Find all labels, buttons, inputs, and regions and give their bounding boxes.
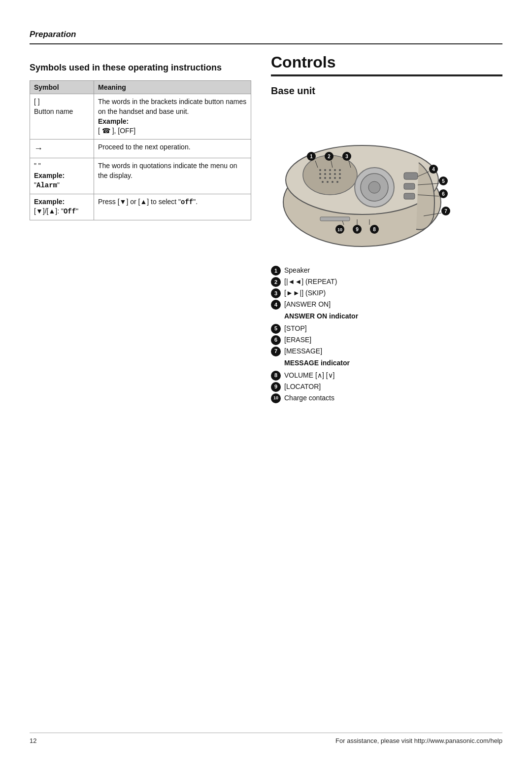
svg-point-12 [339, 173, 341, 175]
base-unit-heading: Base unit [271, 85, 502, 97]
svg-point-21 [336, 181, 338, 183]
svg-text:10: 10 [337, 227, 342, 232]
controls-rule [271, 74, 502, 76]
table-row: [ ] Button name The words in the bracket… [30, 94, 251, 139]
meaning-text: The words in quotations indicate the men… [98, 162, 237, 179]
ctrl-num-6: 6 [271, 335, 281, 345]
symbols-section-title: Symbols used in these operating instruct… [30, 62, 251, 73]
meaning-text: Proceed to the next operation. [98, 143, 191, 151]
svg-text:9: 9 [356, 227, 359, 232]
svg-point-18 [322, 181, 324, 183]
svg-point-4 [324, 169, 326, 171]
ctrl-text-4: [ANSWER ON] [284, 299, 331, 310]
ctrl-num-2: 2 [271, 277, 281, 287]
ctrl-num-10: 10 [271, 393, 281, 403]
example-nav: [▼]/[▲]: "Off" [34, 207, 78, 215]
section-title: Preparation [30, 30, 502, 39]
svg-text:4: 4 [432, 167, 435, 172]
svg-rect-27 [404, 193, 415, 199]
ctrl-text-3: [►►|] (SKIP) [284, 288, 326, 298]
meaning-text: The words in the brackets indicate butto… [98, 98, 246, 115]
meaning-cell: The words in the brackets indicate butto… [94, 94, 251, 139]
svg-point-17 [339, 177, 341, 179]
example-label: Example: [98, 117, 129, 125]
ctrl-num-9: 9 [271, 382, 281, 392]
svg-point-14 [324, 177, 326, 179]
ctrl-text-6: [ERASE] [284, 335, 311, 345]
list-item: 3 [►►|] (SKIP) [271, 288, 502, 298]
svg-point-13 [319, 177, 321, 179]
ctrl-num-4: 4 [271, 300, 281, 310]
svg-point-20 [332, 181, 333, 183]
table-row: Example: [▼]/[▲]: "Off" Press [▼] or [▲]… [30, 194, 251, 220]
ctrl-num-7: 7 [271, 347, 281, 356]
list-item: 1 Speaker [271, 265, 502, 276]
ctrl-text-10: Charge contacts [284, 393, 334, 403]
list-item: 4 [ANSWER ON] [271, 299, 502, 310]
ctrl-num-3: 3 [271, 288, 281, 298]
ctrl-sub-4: ANSWER ON indicator [284, 311, 358, 322]
svg-point-19 [327, 181, 329, 183]
meaning-cell: Proceed to the next operation. [94, 139, 251, 158]
table-row: → Proceed to the next operation. [30, 139, 251, 158]
device-svg: 1 2 3 4 5 6 [271, 104, 453, 256]
table-row: " " Example: "Alarm" The words in quotat… [30, 158, 251, 194]
controls-list: 1 Speaker 2 [|◄◄] (REPEAT) 3 [►►|] (SKIP… [271, 265, 502, 403]
controls-title: Controls [271, 53, 502, 71]
page-number: 12 [30, 737, 36, 744]
svg-rect-26 [404, 183, 415, 189]
ctrl-text-8: VOLUME [∧] [∨] [284, 370, 334, 381]
list-item: 6 [ERASE] [271, 335, 502, 345]
base-unit-diagram: 1 2 3 4 5 6 [271, 104, 453, 256]
right-column: Controls Base unit [266, 53, 502, 733]
list-item: 9 [LOCATOR] [271, 382, 502, 392]
symbol-cell: Example: [▼]/[▲]: "Off" [30, 194, 94, 220]
list-item: 10 Charge contacts [271, 393, 502, 403]
svg-point-15 [329, 177, 331, 179]
svg-text:2: 2 [328, 154, 331, 159]
svg-point-16 [334, 177, 336, 179]
page: Preparation Symbols used in these operat… [0, 0, 532, 774]
list-item: 7 [MESSAGE] [271, 346, 502, 356]
page-footer: 12 For assistance, please visit http://w… [30, 733, 502, 744]
meaning-cell: The words in quotations indicate the men… [94, 158, 251, 194]
svg-point-5 [329, 169, 331, 171]
list-item: 5 [STOP] [271, 323, 502, 334]
example-value: [ ☎ ], [OFF] [98, 127, 135, 135]
ctrl-text-2: [|◄◄] (REPEAT) [284, 277, 337, 287]
ctrl-text-7: [MESSAGE] [284, 346, 322, 356]
footer-help-text: For assistance, please visit http://www.… [335, 737, 502, 744]
meaning-cell: Press [▼] or [▲] to select "off". [94, 194, 251, 220]
ctrl-text-5: [STOP] [284, 323, 307, 334]
list-item-answer-sub: ANSWER ON indicator [271, 311, 502, 322]
ctrl-sub-7: MESSAGE indicator [284, 357, 350, 369]
ctrl-text-1: Speaker [284, 265, 310, 276]
svg-point-10 [329, 173, 331, 175]
svg-text:8: 8 [373, 227, 376, 232]
example-alarm: "Alarm" [34, 181, 60, 189]
ctrl-num-5: 5 [271, 324, 281, 334]
svg-point-6 [334, 169, 336, 171]
svg-point-8 [319, 173, 321, 175]
svg-rect-25 [404, 173, 418, 179]
main-content: Symbols used in these operating instruct… [30, 53, 502, 733]
symbol-cell: [ ] Button name [30, 94, 94, 139]
col-meaning: Meaning [94, 81, 251, 94]
page-header: Preparation [30, 30, 502, 44]
ctrl-num-1: 1 [271, 266, 281, 276]
svg-point-3 [319, 169, 321, 171]
quote-symbol: " " [34, 162, 41, 170]
svg-point-11 [334, 173, 336, 175]
svg-text:3: 3 [345, 154, 348, 159]
svg-text:7: 7 [444, 209, 447, 214]
meaning-text: Press [▼] or [▲] to select "off". [98, 198, 198, 206]
svg-point-24 [368, 181, 380, 193]
svg-text:1: 1 [310, 154, 313, 159]
svg-point-9 [324, 173, 326, 175]
button-name-label: Button name [34, 107, 73, 115]
symbol-table: Symbol Meaning [ ] Button name The words… [30, 80, 251, 220]
list-item: 2 [|◄◄] (REPEAT) [271, 277, 502, 287]
svg-rect-28 [320, 217, 350, 221]
col-symbol: Symbol [30, 81, 94, 94]
symbol-cell: " " Example: "Alarm" [30, 158, 94, 194]
